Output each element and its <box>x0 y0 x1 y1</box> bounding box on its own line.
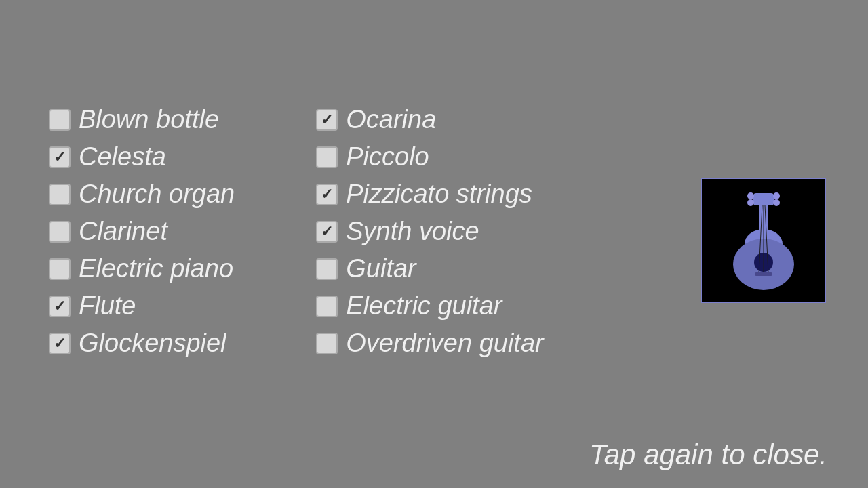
instrument-item[interactable]: Church organ <box>49 180 235 209</box>
checkbox-overdriven-guitar[interactable] <box>316 333 338 354</box>
checkbox-glockenspiel[interactable] <box>49 333 71 354</box>
instrument-label: Piccolo <box>346 142 429 171</box>
checkbox-synth-voice[interactable] <box>316 221 338 243</box>
instrument-item[interactable]: Blown bottle <box>49 105 235 134</box>
checkbox-electric-piano[interactable] <box>49 258 71 280</box>
instrument-label: Clarinet <box>79 217 167 246</box>
instrument-label: Blown bottle <box>79 105 219 134</box>
instrument-list: Blown bottleCelestaChurch organClarinetE… <box>49 105 544 358</box>
instrument-label: Glockenspiel <box>79 329 226 358</box>
checkbox-clarinet[interactable] <box>49 221 71 243</box>
instrument-label: Overdriven guitar <box>346 329 543 358</box>
instrument-label: Church organ <box>79 180 235 209</box>
instrument-label: Ocarina <box>346 105 436 134</box>
guitar-icon-box <box>701 178 826 303</box>
instrument-label: Electric guitar <box>346 291 502 321</box>
instrument-item[interactable]: Piccolo <box>316 142 543 171</box>
svg-rect-4 <box>753 193 774 205</box>
checkbox-blown-bottle[interactable] <box>49 109 71 131</box>
svg-point-7 <box>773 192 780 199</box>
checkbox-celesta[interactable] <box>49 146 71 168</box>
svg-point-8 <box>773 199 780 206</box>
instrument-label: Guitar <box>346 254 416 283</box>
svg-point-14 <box>733 239 794 290</box>
checkbox-ocarina[interactable] <box>316 109 338 131</box>
svg-point-6 <box>747 199 754 206</box>
instrument-item[interactable]: Overdriven guitar <box>316 329 543 358</box>
instrument-item[interactable]: Celesta <box>49 142 235 171</box>
instrument-item[interactable]: Electric guitar <box>316 291 543 321</box>
checkbox-electric-guitar[interactable] <box>316 296 338 317</box>
checkbox-pizzicato-strings[interactable] <box>316 184 338 205</box>
checkbox-flute[interactable] <box>49 296 71 317</box>
instrument-label: Celesta <box>79 142 166 171</box>
instrument-item[interactable]: Ocarina <box>316 105 543 134</box>
left-column: Blown bottleCelestaChurch organClarinetE… <box>49 105 235 358</box>
tap-to-close-label: Tap again to close. <box>589 439 827 471</box>
instrument-item[interactable]: Synth voice <box>316 217 543 246</box>
instrument-item[interactable]: Clarinet <box>49 217 235 246</box>
checkbox-church-organ[interactable] <box>49 184 71 205</box>
instrument-item[interactable]: Guitar <box>316 254 543 283</box>
checkbox-piccolo[interactable] <box>316 146 338 168</box>
checkbox-guitar[interactable] <box>316 258 338 280</box>
instrument-item[interactable]: Glockenspiel <box>49 329 235 358</box>
guitar-svg <box>713 186 814 295</box>
instrument-label: Pizzicato strings <box>346 180 532 209</box>
right-column: OcarinaPiccoloPizzicato stringsSynth voi… <box>316 105 543 358</box>
instrument-item[interactable]: Pizzicato strings <box>316 180 543 209</box>
instrument-label: Electric piano <box>79 254 233 283</box>
instrument-label: Flute <box>79 291 136 321</box>
instrument-item[interactable]: Electric piano <box>49 254 235 283</box>
instrument-item[interactable]: Flute <box>49 291 235 321</box>
svg-point-5 <box>747 192 754 199</box>
instrument-label: Synth voice <box>346 217 479 246</box>
